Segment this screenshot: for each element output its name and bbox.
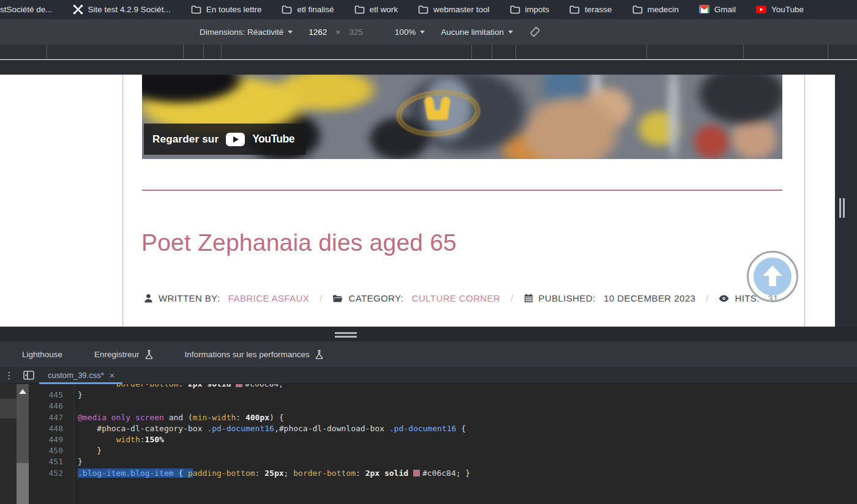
devtools-splitter[interactable] [0,327,857,341]
bookmark-label: etl work [370,5,399,14]
editor-left-strip [0,384,17,504]
meta-value[interactable]: FABRICE ASFAUX [225,293,309,303]
ruler-tick [183,45,184,59]
ruler-tick [47,45,47,59]
youtube-icon [756,4,766,15]
ruler-tick [203,45,204,59]
bookmark-item[interactable]: etl work [354,4,399,15]
devtools-tab-bar: LighthouseEnregistreurInformations sur l… [0,341,857,367]
bookmark-item[interactable]: Gmail [699,4,736,15]
ruler-tick [471,45,472,59]
folder-icon [632,4,643,15]
ruler-tick [492,45,492,59]
bookmark-item[interactable]: stSociété de... [0,5,53,14]
color-swatch[interactable] [236,384,242,387]
chevron-down-icon [288,31,293,34]
code-line: .blog-item.blog-item { padding-bottom: 2… [78,469,470,480]
youtube-brand-label: YouTube [252,133,294,146]
bookmark-item[interactable]: etl finalisé [282,4,334,15]
meta-separator: / [511,294,513,303]
code-line: @media only screen and (min-width: 400px… [78,413,284,424]
folder-icon [354,4,365,15]
vertical-resize-handle[interactable] [839,198,846,218]
more-options-icon[interactable]: ⋮ [0,370,18,381]
code-pane[interactable]: border-bottom: 2px solid #c06c84;}@media… [78,384,857,504]
throttling-dropdown[interactable]: Aucune limitation [441,28,513,37]
editor-scrollbar[interactable] [17,384,29,504]
bookmark-label: Gmail [714,5,736,14]
bookmark-label: impots [525,5,550,14]
dimension-multiply-sign: × [335,28,340,37]
article-title[interactable]: Poet Zephanaia dies aged 65 [141,229,457,256]
viewport-width-input[interactable]: 1262 [309,28,327,37]
viewport-height-input[interactable]: 325 [349,28,363,37]
tab-label: Enregistreur [94,350,140,359]
bookmark-item[interactable]: En toutes lettre [191,4,262,15]
chevron-down-icon [420,31,425,34]
devtools-tab-informations-sur-les-performances[interactable]: Informations sur les performances [185,350,323,359]
bookmark-label: terasse [585,5,612,14]
file-tab-custom-39-css[interactable]: custom_39.css* × [39,367,122,384]
experiment-flask-icon [145,350,153,359]
css-code-editor[interactable]: 445446447448449450451452 border-bottom: … [0,384,857,504]
devtools-tab-enregistreur[interactable]: Enregistreur [94,350,153,359]
code-line: } [78,457,83,468]
calendar-icon [524,294,533,303]
meta-value: 10 DECEMBER 2023 [601,293,695,303]
code-line: } [78,390,83,401]
ruler-tick [646,45,647,59]
dimensions-preset-dropdown[interactable]: Dimensions: Réactivité [200,28,293,37]
meta-label: PUBLISHED: [539,293,596,303]
line-number: 450 [29,446,63,457]
folder-icon [418,4,428,15]
scroll-up-arrow-icon[interactable] [19,389,26,394]
zoom-value: 100% [395,28,416,37]
bookmark-label: etl finalisé [297,5,334,14]
meta-value[interactable]: CULTURE CORNER [409,293,500,303]
scroll-to-top-button[interactable] [747,251,798,302]
ruler-tick [743,45,744,59]
line-number: 446 [29,401,63,412]
youtube-video-embed[interactable]: Regarder sur YouTube [142,75,782,159]
close-icon[interactable]: × [110,370,115,380]
meta-item: WRITTEN BY: FABRICE ASFAUX [144,293,309,303]
line-number: 451 [29,457,63,468]
folder-icon [510,4,520,15]
scrollbar-thumb[interactable] [17,463,29,504]
joomla-icon [73,4,83,15]
devtools-tab-lighthouse[interactable]: Lighthouse [22,350,62,359]
ruler-tick [515,45,516,59]
meta-separator: / [706,294,708,303]
tab-label: Informations sur les performances [185,350,310,359]
article-separator [142,190,782,191]
bookmark-item[interactable]: terasse [569,4,612,15]
page-viewport: Regarder sur YouTube Poet Zephanaia dies… [0,75,835,327]
show-navigator-icon[interactable] [18,371,39,380]
article-meta-row: WRITTEN BY: FABRICE ASFAUX/CATEGORY: CUL… [144,293,784,303]
code-line: } [78,446,102,457]
watch-on-youtube-button[interactable]: Regarder sur YouTube [144,124,305,155]
code-line: border-bottom: 2px solid #c06c84; [78,384,283,390]
line-number: 445 [29,390,63,401]
device-toolbar: Dimensions: Réactivité 1262 × 325 100% A… [0,18,857,45]
code-line: width:150% [78,435,164,446]
bookmark-item[interactable]: webmaster tool [418,4,490,15]
line-number: 447 [29,413,63,424]
meta-label: WRITTEN BY: [159,293,220,303]
folder-open-icon [332,294,343,303]
zoom-dropdown[interactable]: 100% [395,28,425,37]
tab-label: Lighthouse [22,350,62,359]
folder-icon [569,4,580,15]
color-swatch[interactable] [413,470,420,476]
folder-icon [282,4,292,15]
ruler-tick [221,45,222,59]
bookmark-item[interactable]: YouTube [756,4,804,15]
sources-tab-bar: ⋮ custom_39.css* × [0,367,857,384]
bookmark-item[interactable]: impots [510,4,550,15]
rotate-viewport-icon[interactable] [529,26,541,38]
bookmark-item[interactable]: Site test 4.2.9 Sociét... [73,4,171,15]
folder-icon [191,4,201,15]
meta-item: PUBLISHED: 10 DECEMBER 2023 [524,293,696,303]
bookmark-label: stSociété de... [0,5,53,14]
bookmark-item[interactable]: medecin [632,4,679,15]
